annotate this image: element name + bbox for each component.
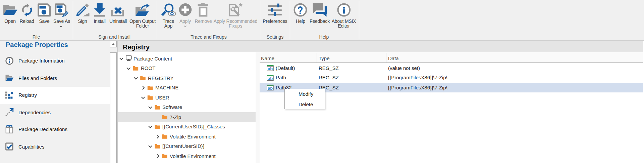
- svg-text:ab: ab: [268, 66, 273, 71]
- svg-text:ab: ab: [268, 76, 273, 81]
- svg-text:ab: ab: [268, 86, 273, 91]
- svg-text:?: ?: [298, 4, 303, 16]
